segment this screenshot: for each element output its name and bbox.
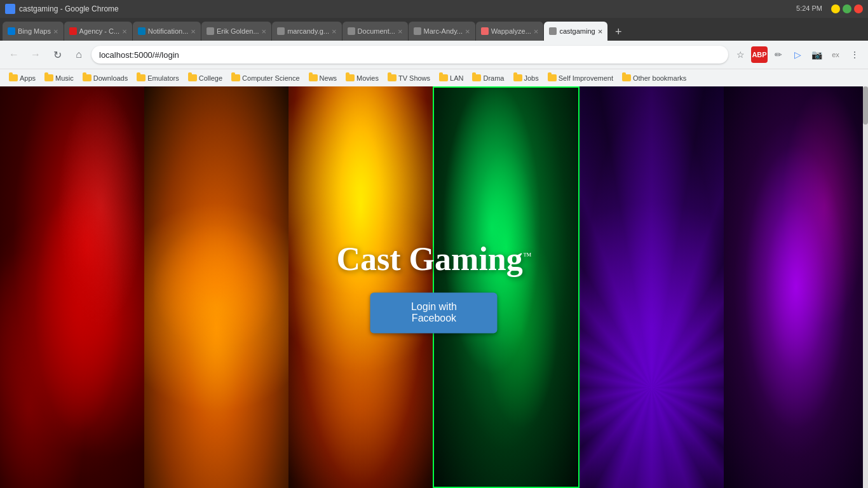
close-button[interactable]	[854, 4, 863, 13]
bookmarks-bar: AppsMusicDownloadsEmulatorsCollegeComput…	[0, 69, 868, 86]
extension-ex-icon[interactable]: ex	[827, 46, 844, 63]
extension-icon[interactable]: ABP	[751, 46, 768, 63]
address-input[interactable]	[92, 46, 728, 64]
folder-icon	[513, 74, 522, 81]
bookmark-emulators[interactable]: Emulators	[133, 73, 183, 83]
bookmark-drama[interactable]: Drama	[468, 73, 508, 83]
tab-tab9[interactable]: castgaming×	[544, 22, 607, 41]
maximize-button[interactable]	[843, 4, 851, 13]
folder-icon	[472, 74, 481, 81]
tab-tab3[interactable]: Notification...×	[133, 22, 201, 41]
bookmark-apps[interactable]: Apps	[5, 73, 39, 83]
panel-purple	[724, 86, 868, 488]
scrollbar-thumb[interactable]	[863, 86, 868, 125]
login-facebook-button[interactable]: Login with Facebook	[370, 293, 498, 334]
folder-icon	[388, 74, 397, 81]
tab-bar: Bing Maps×Agency - C...×Notification...×…	[0, 18, 868, 41]
system-tray-time: 5:24 PM	[796, 4, 822, 13]
folder-icon	[346, 74, 355, 81]
settings-icon[interactable]: ⋮	[846, 46, 863, 63]
home-button[interactable]: ⌂	[70, 46, 88, 64]
folder-icon	[231, 74, 240, 81]
folder-icon	[9, 74, 18, 81]
back-button[interactable]: ←	[5, 46, 23, 64]
panel-orange	[144, 86, 288, 488]
login-overlay: Cast Gaming™ Login with Facebook	[337, 241, 532, 333]
window-title: castgaming - Google Chrome	[19, 4, 796, 13]
tab-tab5[interactable]: marcandy.g...×	[272, 22, 341, 41]
bookmark-other-bookmarks[interactable]: Other bookmarks	[618, 73, 690, 83]
bookmark-college[interactable]: College	[184, 73, 226, 83]
bookmark-news[interactable]: News	[305, 73, 341, 83]
bookmark-music[interactable]: Music	[41, 73, 78, 83]
new-tab-button[interactable]: +	[609, 23, 627, 41]
camera-icon[interactable]: 📷	[808, 46, 825, 63]
scrollbar[interactable]	[863, 86, 868, 488]
tab-tab1[interactable]: Bing Maps×	[3, 22, 64, 41]
panel-red	[0, 86, 144, 488]
folder-icon	[439, 74, 448, 81]
bookmark-tv-shows[interactable]: TV Shows	[384, 73, 434, 83]
trademark-symbol: ™	[523, 251, 532, 261]
panel-blue-purple	[580, 86, 724, 488]
title-bar: castgaming - Google Chrome 5:24 PM	[0, 0, 868, 18]
tab-tab4[interactable]: Erik Golden...×	[201, 22, 271, 41]
folder-icon	[137, 74, 146, 81]
tab-tab7[interactable]: Marc-Andy...×	[409, 22, 475, 41]
folder-icon	[44, 74, 53, 81]
bookmark-self-improvement[interactable]: Self Improvement	[544, 73, 617, 83]
toolbar-icons: ☆ ABP ✏ ▷ 📷 ex ⋮	[732, 46, 863, 63]
browser-viewport: Cast Gaming™ Login with Facebook	[0, 86, 868, 488]
reload-button[interactable]: ↻	[48, 46, 66, 64]
app-name-text: Cast Gaming	[337, 241, 523, 277]
folder-icon	[309, 74, 318, 81]
bookmark-movies[interactable]: Movies	[342, 73, 383, 83]
chrome-cast-icon[interactable]: ▷	[789, 46, 806, 63]
folder-icon	[83, 74, 92, 81]
folder-icon	[188, 74, 197, 81]
minimize-button[interactable]	[831, 4, 840, 13]
window-controls: 5:24 PM	[796, 4, 863, 13]
folder-icon	[622, 74, 631, 81]
bookmark-computer-science[interactable]: Computer Science	[227, 73, 304, 83]
forward-button[interactable]: →	[27, 46, 44, 64]
bookmark-lan[interactable]: LAN	[435, 73, 467, 83]
tab-tab6[interactable]: Document...×	[342, 22, 408, 41]
folder-icon	[548, 74, 557, 81]
star-icon[interactable]: ☆	[732, 46, 749, 63]
chrome-icon	[5, 4, 15, 14]
address-bar-row: ← → ↻ ⌂ ☆ ABP ✏ ▷ 📷 ex ⋮	[0, 41, 868, 69]
bookmark-downloads[interactable]: Downloads	[79, 73, 132, 83]
bookmark-jobs[interactable]: Jobs	[510, 73, 543, 83]
app-title: Cast Gaming™	[337, 241, 532, 277]
tab-tab8[interactable]: Wappalyze...×	[476, 22, 544, 41]
edit-icon[interactable]: ✏	[770, 46, 787, 63]
tab-tab2[interactable]: Agency - C...×	[64, 22, 132, 41]
